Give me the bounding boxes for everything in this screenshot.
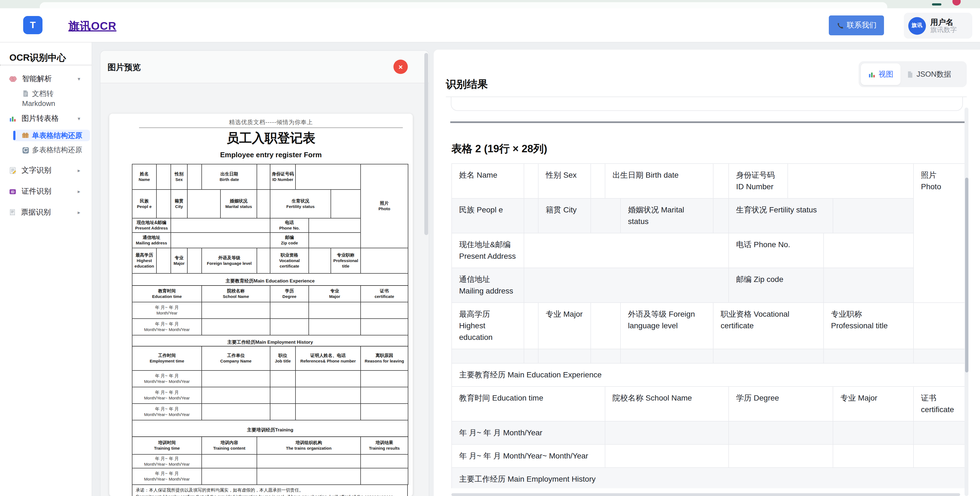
app-logo[interactable]: T <box>23 16 43 34</box>
table-cell <box>913 421 965 444</box>
table-cell: 外语及等级Foreign language level <box>202 248 257 273</box>
preview-scrollbar-thumb[interactable] <box>424 53 428 235</box>
table-cell <box>257 468 361 485</box>
table-row: 最高学历 Highest education专业 Major外语及等级 Fore… <box>452 303 965 349</box>
table-cell: 最高学历 Highest education <box>452 303 524 349</box>
sidebar-group-3[interactable]: ID证件识别► <box>0 185 92 198</box>
table-cell <box>833 421 913 444</box>
table-cell <box>187 164 202 189</box>
table-cell: 主要教育经历Main Education Experience <box>132 273 408 286</box>
table-cell: 姓名 Name <box>452 164 524 198</box>
table-cell: 籍贯 City <box>538 198 591 233</box>
table-cell <box>202 370 270 387</box>
table-cell <box>309 218 361 232</box>
brand-link[interactable]: 旗讯OCR <box>68 19 116 33</box>
app-screen: T 旗讯OCR 联系我们 旗讯 用户名 旗讯数字 OCR识别中心 智能解析▼文档… <box>0 0 980 496</box>
table-cell <box>309 319 361 335</box>
table-cell: 证明人姓名、电话References& Phone number <box>296 346 361 370</box>
table-cell <box>361 387 408 404</box>
browser-strip <box>0 0 980 8</box>
table-cell <box>309 232 361 248</box>
browser-tab[interactable] <box>40 2 887 8</box>
folder-icon <box>22 132 29 139</box>
table-cell <box>713 349 824 363</box>
result-table-scroll[interactable]: 姓名 Name性别 Sex出生日期 Birth date身份证号码 ID Num… <box>451 163 967 488</box>
table-row: 年 月~ 年 月Month/Year~ Month/Year <box>132 468 408 485</box>
table-cell: 生育状况Fertility status <box>270 189 331 218</box>
sidebar-item[interactable]: 文档转 Markdown <box>0 89 92 109</box>
table-row: 民族 Peopl e籍贯 City婚姻状况 Marital status生育状况… <box>452 198 965 233</box>
sidebar-group-1[interactable]: 图片转表格▼ <box>0 112 92 125</box>
table-cell <box>331 189 361 218</box>
user-name: 用户名 <box>930 17 957 26</box>
table-cell <box>713 164 729 198</box>
sidebar-title: OCR识别中心 <box>0 43 92 65</box>
sidebar-item-active[interactable]: 单表格结构还原 <box>13 130 90 141</box>
commitment-cn: 承诺：本人保证我所提供以及填写的资料均属实，如有虚假的，本人愿承担一切责任。 <box>136 487 404 494</box>
close-button[interactable]: × <box>393 60 408 74</box>
table-cell <box>361 248 408 273</box>
sidebar-item[interactable]: 多表格结构还原 <box>22 145 90 155</box>
sidebar-group-0[interactable]: 智能解析▼ <box>0 72 92 86</box>
minimize-icon[interactable] <box>932 3 941 5</box>
section-rule <box>450 121 966 123</box>
table-cell: 年 月~ 年 月Month/Year~ Month/Year <box>132 387 202 404</box>
table-cell <box>591 303 620 349</box>
view-toggle: 视图 JSON数据 <box>859 61 967 87</box>
table-cell <box>361 468 408 485</box>
table-cell <box>524 198 538 233</box>
table-cell <box>605 421 729 444</box>
tab-json[interactable]: JSON数据 <box>900 64 957 85</box>
table-row: 工作时间Employment time工作单位Company Name职位Job… <box>132 346 408 370</box>
id-icon: ID <box>9 188 17 195</box>
table-cell: 姓名Name <box>132 164 156 189</box>
sidebar-group-label: 证件识别 <box>22 186 51 196</box>
table-cell <box>833 198 913 233</box>
table-cell: 照片 Photo <box>913 164 965 303</box>
table-cell <box>202 404 270 420</box>
table-cell <box>309 302 361 319</box>
table-row: 最高学历Highest education专业Major外语及等级Foreign… <box>132 248 408 273</box>
table-cell: 性别Sex <box>171 164 187 189</box>
table-cell <box>270 387 296 404</box>
table-cell <box>824 233 913 268</box>
commitment-en: Commitment: I hereby confirm that all th… <box>136 494 404 496</box>
table-row: 年 月~ 年 月Month/Year~ Month/Year <box>132 319 408 335</box>
table-cell: 邮编 Zip code <box>729 268 824 303</box>
horizontal-scrollbar-thumb[interactable] <box>451 493 960 496</box>
table-cell: 年 月~ 年 月 Month/Year <box>452 421 605 444</box>
table-cell <box>270 302 309 319</box>
contact-us-button[interactable]: 联系我们 <box>829 16 884 35</box>
top-bar: T 旗讯OCR 联系我们 旗讯 用户名 旗讯数字 <box>0 8 980 43</box>
table-row: 年 月~ 年 月 Month/Year <box>452 421 965 444</box>
table-row: 姓名Name性别Sex出生日期Birth date身份证号码ID Number照… <box>132 164 408 189</box>
table-cell: 性别 Sex <box>538 164 591 198</box>
table-cell <box>913 303 965 349</box>
table-cell: 专业 Major <box>538 303 591 349</box>
result-title: 识别结果 <box>446 77 488 92</box>
table-cell <box>187 189 220 218</box>
sidebar-group-2[interactable]: 文字识别► <box>0 164 92 177</box>
table-cell <box>296 404 361 420</box>
table-cell <box>713 198 729 233</box>
sidebar-group-4[interactable]: 票据识别► <box>0 206 92 219</box>
table-cell <box>729 444 833 467</box>
table-row: 主要教育经历 Main Education Experience <box>452 363 965 386</box>
table-cell: 教育时间 Education time <box>452 386 605 421</box>
table-cell <box>361 302 408 319</box>
table-cell <box>524 233 729 268</box>
table-cell <box>361 404 408 420</box>
tab-view[interactable]: 视图 <box>861 64 900 85</box>
svg-text:ID: ID <box>11 190 14 194</box>
vertical-scrollbar-thumb[interactable] <box>965 178 968 372</box>
sidebar-group-label: 文字识别 <box>22 165 51 175</box>
table-cell: 培训组织机构The trains organization <box>257 437 361 454</box>
document-scan: 精选优质文档-----倾情为你奉上 员工入职登记表 Employee entry… <box>109 114 413 496</box>
sidebar-item-label: 单表格结构还原 <box>32 130 82 140</box>
table-cell <box>824 268 913 303</box>
table-cell <box>187 248 202 273</box>
image-preview-panel: 图片预览 × 精选优质文档-----倾情为你奉上 员工入职登记表 Employe… <box>100 51 429 496</box>
user-menu[interactable]: 旗讯 用户名 旗讯数字 <box>904 13 972 39</box>
memo-icon <box>9 167 17 174</box>
doc-subtitle: Employee entry register Form <box>139 151 403 159</box>
